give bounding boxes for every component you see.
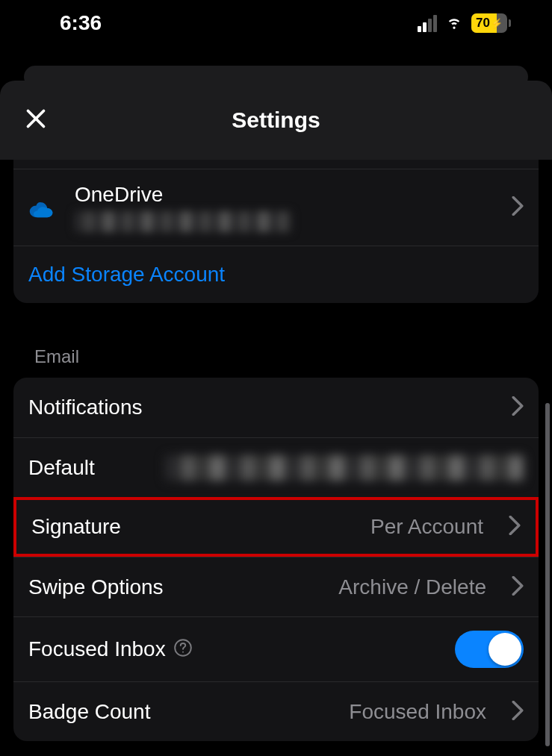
badge-count-row[interactable]: Badge Count Focused Inbox <box>13 681 539 741</box>
swipe-label: Swipe Options <box>28 575 323 599</box>
modal-header: Settings <box>0 81 552 160</box>
onedrive-icon <box>28 196 60 219</box>
settings-modal: Settings OneDrive Add Storage Account Em… <box>0 81 552 756</box>
redacted-default-value <box>165 455 524 481</box>
storage-account-row[interactable]: OneDrive <box>13 169 539 246</box>
focused-label: Focused Inbox <box>28 637 166 661</box>
scrollbar[interactable] <box>545 403 550 746</box>
status-bar: 6:36 70⚡ <box>0 0 552 46</box>
battery-icon: 70⚡ <box>471 13 511 33</box>
add-storage-account-link[interactable]: Add Storage Account <box>13 246 539 303</box>
default-label: Default <box>28 456 95 480</box>
wifi-icon <box>444 12 464 34</box>
storage-account-name: OneDrive <box>75 183 497 207</box>
toggle-knob <box>489 633 521 666</box>
focused-inbox-row: Focused Inbox <box>13 616 539 681</box>
email-card: Notifications Default Signature Per Acco… <box>13 378 539 741</box>
storage-card: OneDrive Add Storage Account <box>13 160 539 303</box>
signature-value: Per Account <box>370 515 494 539</box>
badge-value: Focused Inbox <box>349 700 497 724</box>
close-button[interactable] <box>22 105 49 135</box>
cellular-signal-icon <box>418 15 437 32</box>
email-section-title: Email <box>13 303 539 378</box>
swipe-options-row[interactable]: Swipe Options Archive / Delete <box>13 557 539 616</box>
default-account-row[interactable]: Default <box>13 437 539 497</box>
badge-label: Badge Count <box>28 700 334 724</box>
notifications-label: Notifications <box>28 396 497 419</box>
svg-point-3 <box>182 652 184 653</box>
help-icon[interactable] <box>173 638 193 660</box>
status-time: 6:36 <box>60 11 102 35</box>
notifications-row[interactable]: Notifications <box>13 378 539 437</box>
chevron-right-icon <box>512 576 524 599</box>
signature-label: Signature <box>31 515 356 539</box>
signature-row[interactable]: Signature Per Account <box>13 497 539 557</box>
status-icons: 70⚡ <box>418 12 511 34</box>
chevron-right-icon <box>509 516 521 538</box>
focused-inbox-toggle[interactable] <box>455 631 524 668</box>
redacted-email <box>75 211 291 232</box>
page-title: Settings <box>0 107 552 133</box>
chevron-right-icon <box>512 396 524 419</box>
chevron-right-icon <box>512 701 524 723</box>
swipe-value: Archive / Delete <box>338 575 497 599</box>
chevron-right-icon <box>512 196 524 219</box>
